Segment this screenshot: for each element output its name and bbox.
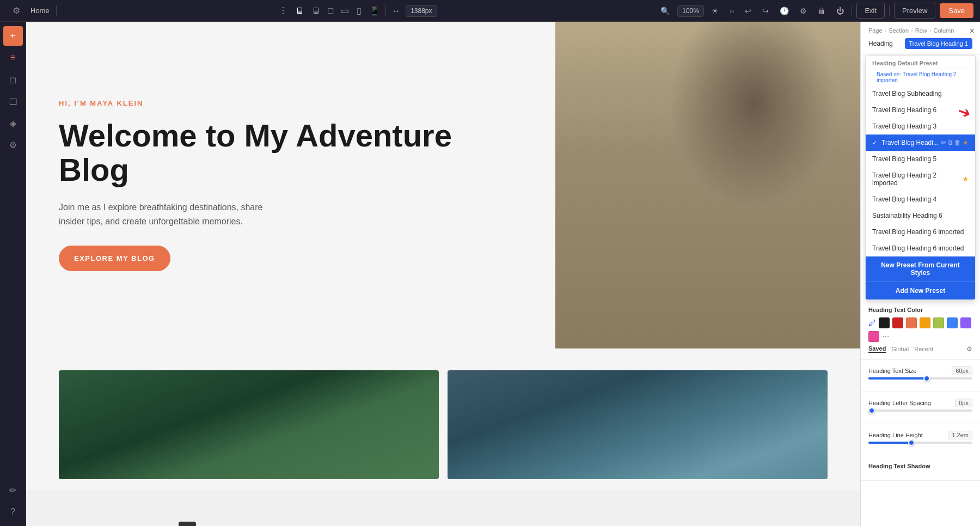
exit-button[interactable]: Exit: [856, 3, 885, 19]
breadcrumb-column[interactable]: Column: [933, 27, 954, 34]
panel-close-btn[interactable]: ×: [970, 26, 975, 36]
text-size-label-row: Heading Text Size 60px: [868, 366, 972, 375]
pages-icon[interactable]: ❏: [3, 91, 23, 111]
redo-btn[interactable]: ↪: [759, 4, 772, 17]
star-icon2[interactable]: ★: [963, 175, 969, 183]
widgets-icon[interactable]: ◈: [3, 113, 23, 133]
pencil-icon[interactable]: ✏: [3, 480, 23, 500]
moon-btn[interactable]: ○: [726, 4, 737, 17]
preset-name: Travel Blog Heading 3: [872, 123, 936, 130]
breadcrumb-page[interactable]: Page: [868, 27, 883, 34]
power-btn[interactable]: ⏻: [833, 4, 847, 17]
breadcrumb-row[interactable]: Row: [915, 27, 927, 34]
letter-spacing-thumb[interactable]: [868, 407, 875, 414]
waterfall-photo: [59, 370, 439, 479]
add-element-btn[interactable]: +: [3, 26, 23, 46]
text-size-value[interactable]: 60px: [952, 366, 972, 375]
preset-group-header: Heading Default Preset: [866, 56, 975, 69]
preset-item-selected[interactable]: ✓ Travel Blog Headi... ✏ ⧉ 🗑 ★: [866, 134, 975, 151]
color-pen-icon[interactable]: 🖊: [868, 319, 876, 327]
divider: [56, 5, 57, 16]
preset-name: Travel Blog Heading 6: [872, 106, 936, 114]
swatch-yellow[interactable]: [920, 317, 930, 328]
swatch-purple[interactable]: [960, 317, 971, 328]
device-dots[interactable]: ⋮: [277, 3, 290, 18]
breadcrumb-section[interactable]: Section: [889, 27, 909, 34]
letter-spacing-slider-row: Heading Letter Spacing 0px: [868, 399, 972, 412]
add-section-btn[interactable]: +: [179, 522, 196, 526]
tablet-land-btn[interactable]: ▭: [339, 3, 351, 18]
panel-header: Page › Section › Row › Column × Heading …: [861, 22, 980, 55]
settings-icon[interactable]: ⚙: [3, 135, 23, 155]
letter-spacing-value[interactable]: 0px: [955, 399, 972, 407]
line-height-thumb[interactable]: [908, 439, 915, 446]
swatch-pink[interactable]: [868, 331, 879, 342]
mobile-btn[interactable]: 📱: [367, 3, 382, 18]
line-height-label: Heading Line Height: [868, 432, 923, 438]
swatch-orange[interactable]: [906, 317, 917, 328]
preset-item-h6-imported-1[interactable]: Travel Blog Heading 6 imported: [866, 224, 975, 240]
hero-image: [555, 22, 860, 348]
layers-icon[interactable]: ≡: [3, 48, 23, 68]
swatch-blue[interactable]: [947, 317, 958, 328]
trash-btn[interactable]: 🗑: [814, 4, 829, 17]
edit-icon[interactable]: ✏: [941, 139, 946, 146]
laptop-btn[interactable]: □: [326, 4, 335, 18]
item-actions: ✏ ⧉ 🗑 ★: [941, 139, 969, 146]
swatch-red[interactable]: [892, 317, 903, 328]
color-tab-gear[interactable]: ⚙: [966, 345, 972, 353]
new-preset-btn[interactable]: New Preset From Current Styles: [866, 256, 975, 282]
top-bar-right: 🔍 100% ☀ ○ ↩ ↪ 🕐 ⚙ 🗑 ⏻ Exit Preview Save: [657, 3, 973, 19]
preset-item-subheading[interactable]: Travel Blog Subheading: [866, 85, 975, 102]
desktop-btn[interactable]: 🖥: [293, 4, 306, 18]
line-height-label-row: Heading Line Height 1.2em: [868, 431, 972, 439]
hero-title: Welcome to My Adventure Blog: [59, 118, 523, 188]
tab-global[interactable]: Global: [891, 346, 909, 352]
line-height-fill: [868, 442, 910, 444]
preset-item-h2-imported[interactable]: Travel Blog Heading 2 imported ★: [866, 167, 975, 191]
theme-btn[interactable]: ☀: [708, 4, 722, 17]
preset-item-h4[interactable]: Travel Blog Heading 4: [866, 191, 975, 207]
delete-icon[interactable]: 🗑: [954, 139, 961, 146]
preset-dropdown-btn[interactable]: Travel Blog Heading 1: [905, 38, 972, 49]
text-shadow-label: Heading Text Shadow: [868, 463, 972, 469]
settings-btn[interactable]: ⚙: [797, 4, 810, 17]
line-height-value[interactable]: 1.2em: [948, 431, 972, 439]
text-size-track[interactable]: [868, 377, 972, 380]
save-button[interactable]: Save: [940, 3, 973, 18]
swatch-green[interactable]: [933, 317, 944, 328]
letter-spacing-track[interactable]: [868, 409, 972, 412]
line-height-track[interactable]: [868, 442, 972, 444]
monitor-btn[interactable]: 🖥: [309, 4, 322, 18]
tab-saved[interactable]: Saved: [868, 345, 886, 353]
add-preset-btn[interactable]: Add New Preset: [866, 282, 975, 299]
text-size-fill: [868, 377, 926, 380]
swatch-black[interactable]: [879, 317, 890, 328]
check-icon: ✓: [872, 139, 877, 146]
preset-name: Travel Blog Heading 4: [872, 195, 936, 203]
search-btn[interactable]: 🔍: [657, 4, 673, 17]
elements-icon[interactable]: ◻: [3, 70, 23, 89]
tab-recent[interactable]: Recent: [914, 346, 933, 352]
preset-item-h5[interactable]: Travel Blog Heading 5: [866, 151, 975, 167]
history-btn[interactable]: 🕐: [776, 4, 792, 17]
undo-btn[interactable]: ↩: [742, 4, 755, 17]
preview-button[interactable]: Preview: [894, 3, 935, 19]
gear-button[interactable]: ⚙: [7, 1, 26, 21]
star-icon[interactable]: ★: [963, 139, 969, 146]
text-size-thumb[interactable]: [923, 375, 930, 382]
top-bar-left: ⚙ Home: [7, 1, 50, 21]
preset-item-h6-imported-2[interactable]: Travel Blog Heading 6 imported: [866, 240, 975, 256]
more-colors-btn[interactable]: ···: [882, 332, 889, 341]
line-height-slider-row: Heading Line Height 1.2em: [868, 431, 972, 444]
question-icon[interactable]: ?: [3, 502, 23, 522]
preset-item-h3[interactable]: Travel Blog Heading 3: [866, 118, 975, 134]
hero-cta-btn[interactable]: EXPLORE MY BLOG: [59, 246, 170, 271]
tablet-port-btn[interactable]: ▯: [354, 3, 364, 18]
duplicate-icon[interactable]: ⧉: [948, 139, 953, 146]
preset-item-sustainability[interactable]: Sustainability Heading 6: [866, 207, 975, 224]
responsive-btn[interactable]: ↔: [389, 4, 402, 18]
color-section-label: Heading Text Color: [868, 307, 972, 313]
zoom-display: 100%: [677, 5, 704, 17]
preset-item-h6[interactable]: Travel Blog Heading 6: [866, 102, 975, 118]
